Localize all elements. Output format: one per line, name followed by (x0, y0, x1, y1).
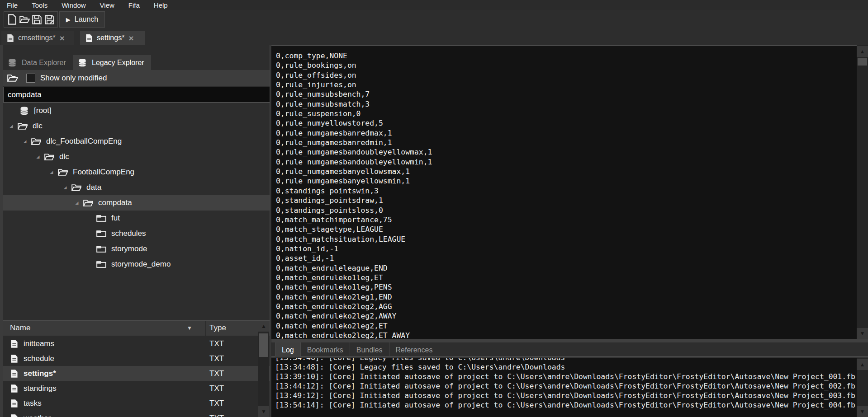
menu-item-help[interactable]: Help (154, 1, 168, 9)
file-table-rows: initteams TXT schedule TXT settings* TXT… (3, 336, 270, 417)
tab-bundles[interactable]: Bundles (350, 342, 389, 357)
scroll-down-icon[interactable]: ▼ (258, 406, 269, 417)
folder-icon (83, 199, 93, 207)
window-left-edge (0, 45, 3, 417)
menu-item-tools[interactable]: Tools (32, 1, 47, 9)
table-row-weather[interactable]: weather TXT (3, 411, 270, 417)
folder-icon (18, 122, 28, 130)
show-only-modified-checkbox[interactable] (26, 74, 35, 83)
table-row-standings[interactable]: standings TXT (3, 381, 270, 396)
tree-item-footballcompeng[interactable]: ◢ FootballCompEng (3, 164, 270, 180)
file-type: TXT (209, 339, 224, 348)
scrollbar-thumb[interactable] (259, 333, 268, 357)
scroll-up-icon[interactable]: ▲ (258, 321, 269, 332)
folder-icon (96, 215, 106, 222)
tab-references[interactable]: References (389, 342, 440, 357)
database-icon (8, 58, 17, 67)
scroll-down-icon[interactable]: ▼ (857, 328, 868, 339)
log-scrollbar[interactable]: ▲ ▼ (857, 358, 868, 417)
scroll-up-icon[interactable]: ▲ (857, 46, 868, 57)
tree-item-root[interactable]: [root] (3, 103, 270, 118)
file-type: TXT (209, 369, 224, 378)
close-icon[interactable]: × (60, 34, 65, 42)
open-folder-icon (19, 15, 30, 23)
tree-item-dlc-inner[interactable]: ◢ dlc (3, 149, 270, 164)
launch-play-icon: ▶ (66, 16, 71, 23)
editor-text[interactable]: 0,comp_type,NONE 0,rule_bookings,on 0,ru… (271, 46, 857, 339)
expander-icon[interactable]: ◢ (62, 185, 68, 190)
filter-row: Show only modified (3, 70, 270, 86)
tree-item-label: dlc_FootballCompEng (46, 137, 122, 146)
column-header-name[interactable]: Name (10, 323, 30, 333)
folder-icon (58, 169, 68, 176)
save-all-button[interactable] (44, 14, 55, 25)
tree-item-data[interactable]: ◢ data (3, 180, 270, 195)
tree-item-label: storymode_demo (111, 260, 171, 269)
tree-item-label: schedules (111, 229, 146, 238)
tab-data-explorer[interactable]: Data Explorer (3, 55, 72, 70)
file-icon (10, 414, 18, 417)
tab-bookmarks[interactable]: Bookmarks (301, 342, 350, 357)
file-icon (7, 34, 14, 42)
open-project-button[interactable] (19, 14, 30, 25)
table-row-tasks[interactable]: tasks TXT (3, 396, 270, 411)
file-type: TXT (209, 399, 224, 408)
expander-icon[interactable]: ◢ (48, 170, 55, 174)
tab-legacy-explorer[interactable]: Legacy Explorer (73, 55, 151, 70)
save-all-icon (45, 15, 54, 24)
tree-item-label: dlc (33, 122, 43, 131)
tree-item-fut[interactable]: fut (3, 211, 270, 226)
menu-item-file[interactable]: File (7, 1, 18, 9)
tree-item-dlc-footballcompeng[interactable]: ◢ dlc_FootballCompEng (3, 134, 270, 149)
menu-item-fifa[interactable]: Fifa (128, 1, 140, 9)
tab-cmsettings[interactable]: cmsettings* × (1, 31, 74, 45)
table-row-schedule[interactable]: schedule TXT (3, 351, 270, 366)
column-divider[interactable] (205, 321, 206, 336)
file-icon (10, 354, 18, 363)
file-table-header: Name ▼ Type (3, 321, 270, 336)
menu-item-view[interactable]: View (100, 1, 114, 9)
folder-icon (71, 184, 81, 192)
file-name: standings (24, 384, 57, 393)
menu-item-window[interactable]: Window (62, 1, 85, 9)
tree-item-compdata[interactable]: ◢ compdata (3, 195, 270, 211)
file-icon (10, 369, 18, 378)
column-header-type[interactable]: Type (209, 323, 226, 333)
expander-icon[interactable]: ◢ (8, 124, 14, 128)
log-panel: Log Bookmarks Bundles References [13:34:… (271, 342, 868, 417)
explorer-tab-strip: Data Explorer Legacy Explorer (3, 55, 270, 70)
expander-icon[interactable]: ◢ (74, 201, 80, 205)
tab-settings[interactable]: settings* × (80, 31, 145, 45)
file-type: TXT (209, 384, 224, 393)
table-row-settings[interactable]: settings* TXT (3, 366, 270, 381)
editor-scrollbar[interactable]: ▲ ▼ (857, 45, 868, 339)
log-output: [13:34:46]: [Core] Legacy files saved to… (271, 358, 857, 417)
tree-item-storymode-demo[interactable]: storymode_demo (3, 257, 270, 272)
tree-item-label: dlc (59, 152, 69, 161)
legacy-file-tree: [root] ◢ dlc ◢ dlc_FootballCompEng ◢ dlc… (3, 103, 270, 272)
scroll-down-icon[interactable]: ▼ (857, 406, 868, 417)
new-file-button[interactable] (7, 14, 18, 25)
horizontal-splitter[interactable] (271, 339, 868, 342)
save-button[interactable] (32, 14, 43, 25)
scrollbar-thumb[interactable] (858, 58, 867, 66)
table-row-initteams[interactable]: initteams TXT (3, 336, 270, 351)
tree-item-schedules[interactable]: schedules (3, 226, 270, 241)
tree-item-label: compdata (98, 198, 132, 207)
file-table-scrollbar[interactable]: ▲ ▼ (258, 321, 269, 417)
search-input[interactable] (3, 87, 270, 103)
text-editor[interactable]: 0,comp_type,NONE 0,rule_bookings,on 0,ru… (271, 45, 857, 339)
tree-item-storymode[interactable]: storymode (3, 241, 270, 257)
expander-icon[interactable]: ◢ (35, 155, 41, 159)
file-icon (10, 399, 18, 408)
close-icon[interactable]: × (128, 34, 133, 42)
sort-arrow-icon[interactable]: ▼ (187, 325, 192, 331)
tab-log[interactable]: Log (275, 342, 301, 357)
tree-item-dlc[interactable]: ◢ dlc (3, 118, 270, 134)
frosty-editor-window: { "menu": { "items": ["File", "Tools", "… (0, 0, 868, 417)
save-icon (32, 15, 42, 24)
launch-button[interactable]: ▶ Launch (59, 11, 105, 28)
scroll-up-icon[interactable]: ▲ (857, 359, 868, 370)
database-icon (19, 106, 29, 116)
expander-icon[interactable]: ◢ (22, 139, 28, 144)
